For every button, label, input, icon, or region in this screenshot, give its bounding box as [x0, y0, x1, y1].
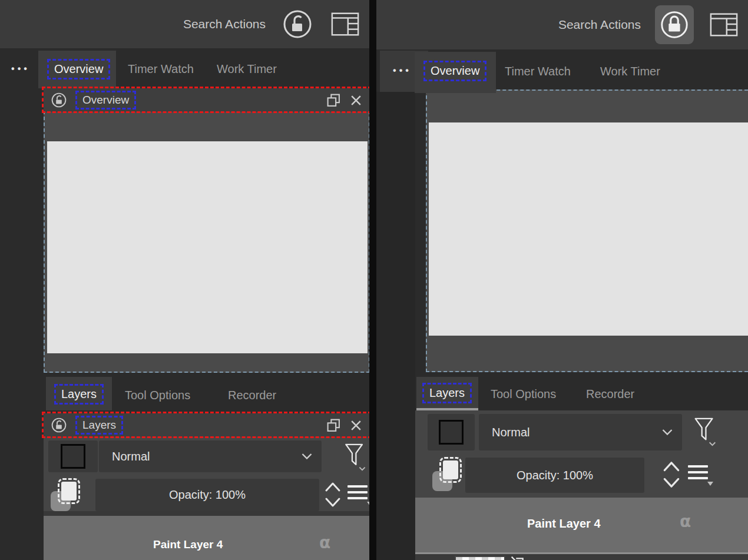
tab-recorder[interactable]: Recorder: [586, 387, 634, 401]
layer-thumbnail: [455, 556, 505, 560]
keyboard-focus-outline: Overview: [75, 91, 136, 110]
alpha-lock-badge[interactable]: α: [319, 535, 330, 551]
opacity-value: Opacity: 100%: [517, 469, 593, 482]
workspace-icon: [709, 10, 739, 39]
float-docker-icon[interactable]: [326, 93, 341, 108]
float-docker-icon[interactable]: [326, 418, 341, 433]
stack-front-square: [439, 457, 462, 483]
tab-timer-watch[interactable]: Timer Watch: [505, 65, 571, 78]
layer-color-label-button[interactable]: [48, 440, 98, 472]
search-actions-field[interactable]: Search Actions: [558, 18, 641, 32]
tab-work-timer[interactable]: Work Timer: [600, 65, 660, 78]
keyboard-focus-outline: Overview: [47, 59, 110, 79]
blend-mode-value: Normal: [479, 426, 529, 439]
lock-open-icon: [281, 8, 314, 41]
list-gap: [44, 511, 369, 516]
layers-stack-icon[interactable]: [432, 457, 462, 491]
krita-panel-locked: Search Actions ••• Overview Timer Watch …: [376, 0, 748, 560]
active-tab-underline: [416, 408, 478, 410]
overview-canvas-preview[interactable]: [47, 141, 368, 353]
blend-mode-dropdown[interactable]: Normal: [99, 440, 322, 472]
workspace-icon: [330, 9, 360, 39]
tab-overview[interactable]: Overview: [431, 64, 479, 77]
layers-menu-hamburger-icon[interactable]: [688, 465, 708, 481]
layer-name[interactable]: Paint Layer 4: [527, 517, 601, 531]
docker-lock-icon[interactable]: [51, 417, 67, 433]
tab-layers[interactable]: Layers: [429, 386, 465, 399]
tab-tool-options[interactable]: Tool Options: [491, 387, 556, 401]
alpha-lock-badge[interactable]: α: [680, 513, 691, 530]
paint-layer-type-icon: [511, 556, 525, 560]
opacity-slider[interactable]: Opacity: 100%: [465, 458, 644, 493]
dark-sidebar-column: [376, 92, 415, 560]
layers-menu-hamburger-icon[interactable]: [347, 485, 368, 501]
blend-mode-value: Normal: [99, 450, 150, 463]
tab-recorder[interactable]: Recorder: [228, 389, 276, 402]
lock-docks-button[interactable]: [655, 5, 694, 44]
opacity-value: Opacity: 100%: [169, 488, 246, 502]
workspace-chooser-button[interactable]: [329, 8, 361, 40]
toolbar: Search Actions: [0, 0, 369, 48]
keyboard-focus-outline: Layers: [54, 384, 104, 405]
tab-work-timer[interactable]: Work Timer: [217, 62, 277, 76]
layers-docker-titlebar[interactable]: Layers: [44, 413, 369, 437]
close-docker-icon[interactable]: [349, 94, 363, 107]
opacity-stepper-icon[interactable]: [661, 457, 681, 492]
workspace-chooser-button[interactable]: [708, 9, 740, 41]
chevron-down-icon: [707, 482, 713, 486]
color-swatch: [61, 444, 85, 469]
overview-canvas-preview[interactable]: [429, 122, 748, 336]
tab-timer-watch[interactable]: Timer Watch: [128, 62, 194, 76]
toolbar: Search Actions: [376, 0, 748, 49]
keyboard-focus-outline: Layers: [75, 416, 123, 435]
keyboard-focus-outline: Layers: [422, 383, 472, 403]
lock-closed-icon: [658, 9, 690, 41]
tab-layers[interactable]: Layers: [61, 387, 97, 400]
chevron-down-icon: [302, 453, 312, 459]
overview-docker-content: [44, 111, 369, 373]
docker-title: Overview: [82, 94, 129, 106]
chevron-down-icon: [367, 502, 369, 506]
docker-lock-icon[interactable]: [51, 92, 67, 108]
chevron-down-icon: [662, 429, 673, 435]
layer-color-label-button[interactable]: [428, 414, 475, 450]
search-actions-field[interactable]: Search Actions: [183, 17, 266, 31]
opacity-stepper-icon[interactable]: [323, 478, 343, 511]
lock-docks-button[interactable]: [280, 6, 315, 42]
docker-title: Layers: [82, 419, 116, 431]
tab-tool-options[interactable]: Tool Options: [125, 389, 190, 402]
layer-filter-funnel-icon[interactable]: [344, 443, 366, 471]
tab-overview[interactable]: Overview: [54, 62, 103, 75]
layers-stack-icon[interactable]: [51, 478, 80, 511]
stack-front-square: [58, 478, 80, 504]
layer-name[interactable]: Paint Layer 4: [153, 538, 223, 551]
opacity-slider[interactable]: Opacity: 100%: [95, 479, 319, 511]
screenshot-comparison: Search Actions ••• Overview Timer Watch …: [0, 0, 748, 560]
overflow-menu-button[interactable]: •••: [386, 59, 419, 82]
color-swatch: [439, 420, 464, 445]
close-docker-icon[interactable]: [349, 419, 363, 432]
krita-panel-unlocked: Search Actions ••• Overview Timer Watch …: [0, 0, 369, 560]
overview-docker-titlebar[interactable]: Overview: [44, 88, 369, 112]
overview-docker-content: [426, 90, 748, 372]
keyboard-focus-outline: Overview: [423, 61, 486, 81]
layer-filter-funnel-icon[interactable]: [693, 417, 717, 446]
overflow-menu-button[interactable]: •••: [6, 57, 35, 81]
blend-mode-dropdown[interactable]: Normal: [479, 414, 682, 450]
